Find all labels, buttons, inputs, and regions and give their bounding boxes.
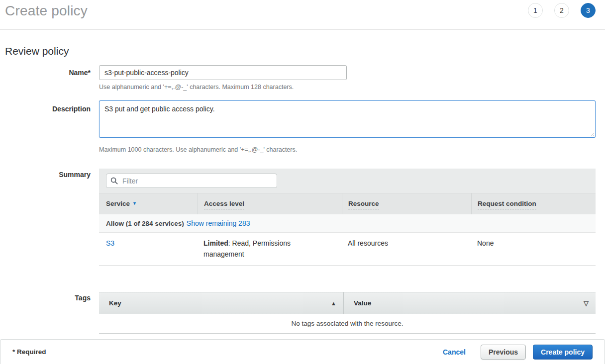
wizard-step-1[interactable]: 1 [528, 3, 543, 18]
wizard-footer: * Required Cancel Previous Create policy [0, 339, 605, 364]
summary-row: Summary Service▼ Access level Resource [0, 169, 605, 266]
allow-group-row: Allow (1 of 284 services) Show remaining… [99, 214, 596, 233]
create-policy-button[interactable]: Create policy [533, 345, 593, 360]
description-help-row: Maximum 1000 characters. Use alphanumeri… [0, 146, 605, 153]
tags-row: Tags Key ▲ Value ▽ No tags associated wi… [0, 292, 605, 334]
tags-empty-message: No tags associated with the resource. [99, 314, 596, 334]
column-header-resource: Resource [342, 193, 471, 214]
summary-filter-bar [99, 169, 596, 193]
column-header-request-condition: Request condition [471, 193, 596, 214]
description-row: Description S3 put and get public access… [0, 100, 605, 138]
show-remaining-link[interactable]: Show remaining 283 [187, 219, 250, 227]
review-policy-heading: Review policy [5, 45, 605, 57]
name-help-text: Use alphanumeric and '+=,.@-_' character… [99, 84, 596, 91]
sort-descending-icon[interactable]: ▽ [584, 299, 589, 307]
page-header: Create policy 1 2 3 [0, 0, 605, 30]
description-help-text: Maximum 1000 characters. Use alphanumeri… [99, 146, 596, 153]
column-header-key[interactable]: Key ▲ [99, 292, 343, 314]
summary-filter-input[interactable] [106, 174, 277, 188]
name-label: Name* [0, 69, 91, 77]
name-row: Name* [0, 65, 605, 80]
name-help-row: Use alphanumeric and '+=,.@-_' character… [0, 84, 605, 91]
summary-table-header: Service▼ Access level Resource Request c… [99, 193, 596, 214]
sort-ascending-icon[interactable]: ▲ [331, 300, 336, 306]
column-header-service[interactable]: Service▼ [99, 193, 198, 214]
column-header-access-level: Access level [198, 193, 342, 214]
policy-name-input[interactable] [99, 65, 347, 80]
tags-panel: Key ▲ Value ▽ No tags associated with th… [99, 292, 596, 334]
tags-table-header: Key ▲ Value ▽ [99, 292, 596, 314]
previous-button[interactable]: Previous [481, 345, 526, 360]
search-icon [110, 177, 118, 184]
s3-service-link[interactable]: S3 [106, 239, 114, 247]
allow-group-label: Allow (1 of 284 services) [106, 220, 184, 227]
request-condition-cell: None [471, 233, 596, 266]
wizard-step-2[interactable]: 2 [554, 3, 569, 18]
page-title: Create policy [5, 3, 88, 19]
required-note: * Required [12, 348, 46, 356]
resource-cell: All resources [342, 233, 471, 266]
summary-label: Summary [0, 169, 91, 179]
description-label: Description [0, 100, 91, 113]
policy-description-textarea[interactable]: S3 put and get public access policy. [99, 100, 596, 138]
cancel-link[interactable]: Cancel [443, 348, 466, 356]
wizard-steps: 1 2 3 [528, 3, 596, 18]
tags-label: Tags [0, 292, 91, 302]
wizard-step-3-active[interactable]: 3 [581, 3, 596, 18]
summary-panel: Service▼ Access level Resource Request c… [99, 169, 596, 266]
table-row-s3: S3 Limited: Read, Permissions management… [99, 233, 596, 266]
sort-caret-icon: ▼ [132, 201, 137, 206]
access-level-cell: Limited: Read, Permissions management [198, 233, 342, 266]
column-header-value[interactable]: Value ▽ [343, 292, 596, 314]
